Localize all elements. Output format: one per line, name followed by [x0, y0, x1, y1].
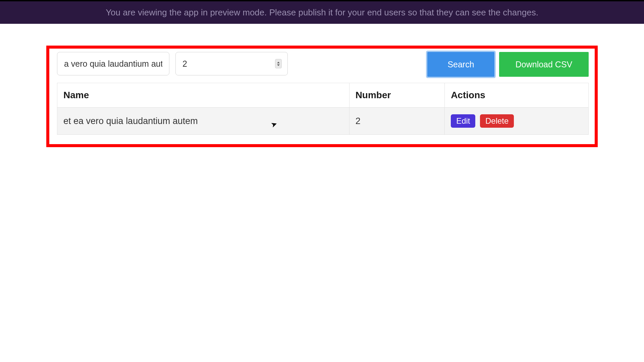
edit-button[interactable]: Edit [451, 114, 475, 128]
name-filter-input[interactable] [57, 52, 169, 75]
column-header-number: Number [349, 83, 444, 108]
preview-banner-text: You are viewing the app in preview mode.… [106, 7, 538, 17]
number-stepper[interactable] [275, 59, 282, 68]
preview-mode-banner: You are viewing the app in preview mode.… [0, 1, 644, 24]
number-filter-input[interactable] [175, 52, 288, 75]
table-header-row: Name Number Actions [57, 83, 589, 108]
highlight-frame: Search Download CSV Name Number Actions … [46, 46, 598, 147]
data-table: Name Number Actions et ea vero quia laud… [57, 83, 589, 135]
download-csv-button[interactable]: Download CSV [499, 52, 589, 77]
column-header-actions: Actions [445, 83, 589, 108]
delete-button[interactable]: Delete [480, 114, 514, 128]
chevron-down-icon [277, 64, 280, 66]
toolbar: Search Download CSV [57, 52, 589, 77]
number-filter-wrapper [175, 52, 288, 75]
chevron-up-icon [277, 62, 280, 63]
column-header-name: Name [57, 83, 350, 108]
cell-number: 2 [349, 108, 444, 135]
cell-actions: Edit Delete [445, 108, 589, 135]
table-row: et ea vero quia laudantium autem 2 Edit … [57, 108, 589, 135]
search-button[interactable]: Search [427, 52, 494, 77]
cell-name: et ea vero quia laudantium autem [57, 108, 350, 135]
content-wrapper: Search Download CSV Name Number Actions … [0, 24, 644, 147]
toolbar-spacer [294, 52, 421, 77]
